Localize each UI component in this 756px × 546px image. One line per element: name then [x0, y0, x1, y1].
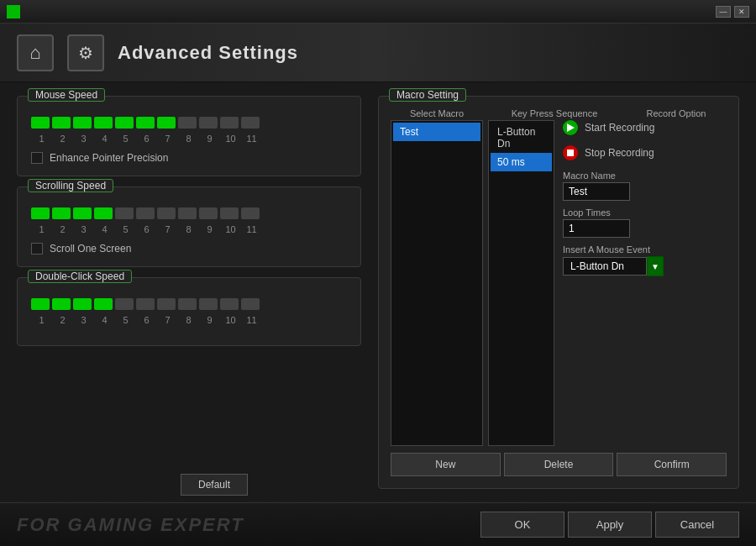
speed-bar-5[interactable] — [115, 117, 134, 129]
ok-button[interactable]: OK — [480, 512, 564, 538]
new-macro-button[interactable]: New — [391, 453, 501, 476]
scrolling-speed-box: Scrolling Speed 1 2 3 4 5 6 — [17, 186, 361, 267]
speed-bar-8[interactable] — [178, 117, 197, 129]
scroll-one-screen-row: Scroll One Screen — [31, 243, 347, 255]
key-seq-item-1[interactable]: L-Button Dn — [491, 123, 552, 153]
dc-bar-10[interactable] — [220, 298, 239, 310]
loop-times-field: Loop Times — [563, 207, 727, 238]
bottom-bar: FOR GAMING EXPERT OK Apply Cancel — [0, 502, 756, 546]
speed-bar-6[interactable] — [136, 117, 155, 129]
dc-bar-7[interactable] — [157, 298, 176, 310]
scroll-bar-1[interactable] — [31, 207, 50, 219]
stop-recording-icon — [563, 145, 578, 160]
speed-bar-2[interactable] — [52, 117, 71, 129]
dc-bar-4[interactable] — [94, 298, 113, 310]
enhance-precision-checkbox[interactable] — [31, 152, 43, 164]
insert-mouse-display: L-Button Dn — [563, 257, 647, 276]
scroll-one-screen-label: Scroll One Screen — [50, 243, 131, 255]
mouse-speed-numbers: 1 2 3 4 5 6 7 8 9 10 11 — [31, 134, 347, 144]
scroll-bar-10[interactable] — [220, 207, 239, 219]
dc-bar-8[interactable] — [178, 298, 197, 310]
speed-bar-1[interactable] — [31, 117, 50, 129]
start-recording-button[interactable]: Start Recording — [563, 120, 727, 135]
confirm-macro-button[interactable]: Confirm — [617, 453, 727, 476]
scroll-bar-9[interactable] — [199, 207, 218, 219]
dc-bar-11[interactable] — [241, 298, 260, 310]
dc-bar-2[interactable] — [52, 298, 71, 310]
speed-bar-4[interactable] — [94, 117, 113, 129]
home-button[interactable]: ⌂ — [17, 34, 54, 71]
key-sequence-list[interactable]: L-Button Dn 50 ms — [488, 120, 554, 446]
dc-bar-3[interactable] — [73, 298, 92, 310]
dc-bar-1[interactable] — [31, 298, 50, 310]
speed-bar-9[interactable] — [199, 117, 218, 129]
macro-column-headers: Select Macro Key Press Sequence Record O… — [391, 108, 727, 118]
speed-bar-10[interactable] — [220, 117, 239, 129]
scroll-bar-11[interactable] — [241, 207, 260, 219]
scrolling-speed-numbers: 1 2 3 4 5 6 7 8 9 10 11 — [31, 224, 347, 234]
dc-bar-9[interactable] — [199, 298, 218, 310]
stop-recording-label: Stop Recording — [585, 147, 654, 159]
cancel-button[interactable]: Cancel — [655, 512, 739, 538]
loop-times-input[interactable] — [563, 219, 630, 238]
dropdown-arrow-icon[interactable]: ▼ — [647, 256, 664, 276]
scroll-bar-6[interactable] — [136, 207, 155, 219]
double-click-speed-numbers: 1 2 3 4 5 6 7 8 9 10 11 — [31, 315, 347, 325]
macro-name-field: Macro Name — [563, 171, 727, 201]
stop-square-icon — [567, 150, 574, 156]
delete-macro-button[interactable]: Delete — [504, 453, 614, 476]
macro-select-list[interactable]: Test — [391, 120, 483, 446]
start-recording-label: Start Recording — [585, 122, 654, 134]
loop-times-label: Loop Times — [563, 207, 727, 218]
scroll-bar-4[interactable] — [94, 207, 113, 219]
scroll-one-screen-checkbox[interactable] — [31, 243, 43, 255]
col-header-select-macro: Select Macro — [391, 108, 483, 118]
scroll-bar-3[interactable] — [73, 207, 92, 219]
stop-recording-button[interactable]: Stop Recording — [563, 145, 727, 160]
apply-button[interactable]: Apply — [568, 512, 652, 538]
dc-bar-5[interactable] — [115, 298, 134, 310]
mouse-speed-bars[interactable] — [31, 117, 347, 129]
settings-button[interactable]: ⚙ — [67, 34, 104, 71]
col-header-key-sequence: Key Press Sequence — [483, 108, 626, 118]
start-recording-icon — [563, 120, 578, 135]
close-button[interactable]: ✕ — [734, 6, 749, 18]
dc-bar-6[interactable] — [136, 298, 155, 310]
minimize-button[interactable]: — — [716, 6, 731, 18]
scrolling-speed-title: Scrolling Speed — [28, 179, 113, 192]
bottom-action-buttons: OK Apply Cancel — [480, 512, 739, 538]
macro-action-buttons: New Delete Confirm — [391, 453, 727, 476]
scroll-bar-8[interactable] — [178, 207, 197, 219]
enhance-precision-row: Enhance Pointer Precision — [31, 152, 347, 164]
double-click-speed-box: Double-Click Speed 1 2 3 4 5 6 — [17, 277, 361, 346]
double-click-speed-bars[interactable] — [31, 298, 347, 310]
home-icon: ⌂ — [29, 42, 40, 64]
left-panel: Mouse Speed 1 2 3 4 5 6 — [17, 96, 361, 489]
macro-list-item[interactable]: Test — [393, 123, 480, 141]
mouse-speed-box: Mouse Speed 1 2 3 4 5 6 — [17, 96, 361, 176]
branding-text: FOR GAMING EXPERT — [17, 514, 244, 536]
scroll-bar-2[interactable] — [52, 207, 71, 219]
insert-mouse-event-label: Insert A Mouse Event — [563, 244, 727, 255]
default-button[interactable]: Default — [181, 474, 248, 496]
scroll-bar-5[interactable] — [115, 207, 134, 219]
insert-mouse-dropdown[interactable]: L-Button Dn ▼ — [563, 256, 727, 276]
page-title: Advanced Settings — [118, 42, 298, 64]
titlebar-icon — [7, 5, 20, 18]
speed-bar-3[interactable] — [73, 117, 92, 129]
macro-name-label: Macro Name — [563, 171, 727, 181]
scrolling-speed-bars[interactable] — [31, 207, 347, 219]
macro-name-input[interactable] — [563, 182, 630, 201]
scroll-bar-7[interactable] — [157, 207, 176, 219]
titlebar-controls: — ✕ — [716, 6, 749, 18]
main-content: Mouse Speed 1 2 3 4 5 6 — [0, 82, 756, 502]
macro-setting-title: Macro Setting — [389, 88, 466, 102]
macro-lists-area: Test L-Button Dn 50 ms — [391, 120, 554, 446]
record-options: Start Recording Stop Recording Macro Nam… — [563, 120, 727, 446]
titlebar: — ✕ — [0, 0, 756, 24]
speed-bar-7[interactable] — [157, 117, 176, 129]
double-click-speed-title: Double-Click Speed — [28, 270, 132, 283]
gear-icon: ⚙ — [78, 43, 93, 63]
speed-bar-11[interactable] — [241, 117, 260, 129]
key-seq-item-2[interactable]: 50 ms — [491, 153, 552, 171]
